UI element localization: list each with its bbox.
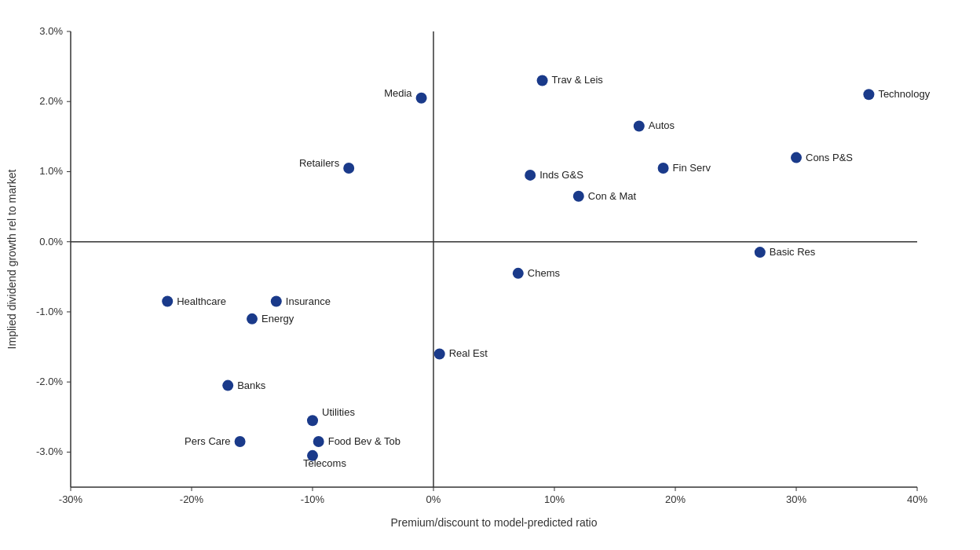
svg-point-46 bbox=[343, 163, 354, 174]
svg-text:Implied dividend growth rel to: Implied dividend growth rel to market bbox=[5, 170, 18, 350]
svg-point-62 bbox=[247, 314, 258, 324]
svg-text:40%: 40% bbox=[907, 493, 927, 505]
svg-text:Trav & Leis: Trav & Leis bbox=[552, 74, 604, 86]
svg-text:Retailers: Retailers bbox=[299, 157, 340, 169]
svg-text:Technology: Technology bbox=[878, 88, 930, 100]
svg-point-64 bbox=[434, 348, 445, 359]
svg-point-60 bbox=[271, 296, 282, 307]
svg-text:Energy: Energy bbox=[261, 313, 294, 324]
svg-text:Insurance: Insurance bbox=[286, 295, 331, 307]
svg-point-66 bbox=[222, 380, 233, 391]
svg-text:-30%: -30% bbox=[59, 493, 83, 505]
svg-text:Utilities: Utilities bbox=[322, 406, 355, 418]
svg-text:Premium/discount to model-pred: Premium/discount to model-predicted rati… bbox=[390, 516, 597, 529]
svg-point-58 bbox=[162, 296, 173, 307]
svg-text:0.0%: 0.0% bbox=[39, 236, 63, 248]
svg-text:Media: Media bbox=[384, 87, 412, 99]
svg-text:Chems: Chems bbox=[528, 267, 561, 279]
svg-point-52 bbox=[573, 191, 584, 202]
svg-point-70 bbox=[235, 436, 246, 447]
svg-text:2.0%: 2.0% bbox=[39, 95, 63, 107]
svg-point-42 bbox=[634, 120, 645, 131]
svg-text:Banks: Banks bbox=[237, 380, 266, 391]
scatter-chart: -30%-20%-10%0%10%20%30%40%-3.0%-2.0%-1.0… bbox=[0, 0, 980, 550]
svg-text:1.0%: 1.0% bbox=[39, 165, 63, 177]
svg-point-48 bbox=[525, 170, 536, 181]
svg-point-50 bbox=[658, 163, 669, 174]
svg-text:10%: 10% bbox=[544, 493, 565, 505]
svg-text:3.0%: 3.0% bbox=[39, 25, 63, 37]
svg-point-36 bbox=[863, 89, 874, 100]
svg-point-56 bbox=[513, 268, 524, 279]
svg-point-54 bbox=[755, 247, 766, 258]
svg-text:Fin Serv: Fin Serv bbox=[673, 162, 711, 174]
svg-text:20%: 20% bbox=[665, 493, 686, 505]
svg-point-38 bbox=[537, 75, 548, 86]
svg-text:0%: 0% bbox=[426, 493, 441, 505]
svg-text:Inds G&S: Inds G&S bbox=[539, 169, 583, 181]
svg-text:-1.0%: -1.0% bbox=[36, 306, 63, 317]
svg-text:-20%: -20% bbox=[180, 493, 204, 505]
svg-text:Real Est: Real Est bbox=[449, 347, 488, 359]
svg-text:Cons P&S: Cons P&S bbox=[806, 152, 853, 163]
svg-text:Healthcare: Healthcare bbox=[177, 295, 226, 307]
svg-point-68 bbox=[307, 415, 318, 426]
chart-container: -30%-20%-10%0%10%20%30%40%-3.0%-2.0%-1.0… bbox=[0, 0, 980, 550]
svg-point-44 bbox=[791, 152, 802, 163]
svg-point-72 bbox=[313, 436, 324, 447]
svg-text:-2.0%: -2.0% bbox=[36, 376, 63, 387]
svg-text:Food Bev & Tob: Food Bev & Tob bbox=[328, 435, 400, 447]
svg-text:Basic Res: Basic Res bbox=[770, 246, 816, 258]
svg-text:Autos: Autos bbox=[649, 119, 675, 131]
svg-text:-10%: -10% bbox=[301, 493, 325, 505]
svg-point-40 bbox=[416, 93, 427, 104]
svg-text:30%: 30% bbox=[786, 493, 806, 505]
svg-text:Con & Mat: Con & Mat bbox=[588, 190, 637, 202]
svg-text:Telecoms: Telecoms bbox=[303, 457, 346, 469]
svg-text:-3.0%: -3.0% bbox=[36, 446, 63, 457]
svg-text:Pers Care: Pers Care bbox=[185, 435, 231, 447]
